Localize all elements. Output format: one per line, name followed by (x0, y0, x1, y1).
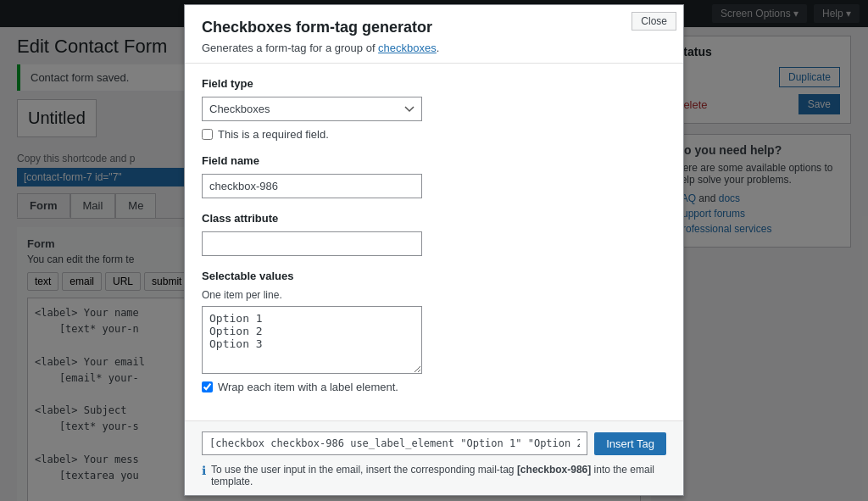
field-name-label: Field name (202, 154, 666, 167)
class-attribute-section: Class attribute (202, 212, 666, 256)
modal-subtitle: Generates a form-tag for a group of chec… (202, 42, 666, 54)
insert-tag-button[interactable]: Insert Tag (594, 432, 666, 455)
field-type-select[interactable]: Checkboxes (202, 97, 422, 121)
wrap-label-checkbox[interactable] (202, 381, 213, 392)
selectable-values-label: Selectable values (202, 270, 666, 282)
modal-overlay: Close Checkboxes form-tag generator Gene… (0, 0, 868, 501)
tag-output-row: Insert Tag (202, 431, 666, 455)
required-row: This is a required field. (202, 128, 666, 141)
mail-tag-code: [checkbox-986] (517, 464, 591, 476)
mail-tag-text: To use the user input in the email, inse… (211, 464, 666, 487)
subtitle-post: . (437, 42, 440, 54)
modal-title: Checkboxes form-tag generator (202, 19, 666, 36)
class-attribute-label: Class attribute (202, 212, 666, 225)
field-name-section: Field name (202, 154, 666, 198)
mail-tag-notice: ℹ To use the user input in the email, in… (202, 464, 666, 487)
modal-header: Checkboxes form-tag generator Generates … (185, 5, 683, 64)
info-icon: ℹ (202, 464, 206, 477)
class-attribute-input[interactable] (202, 231, 422, 256)
required-checkbox[interactable] (202, 129, 213, 140)
field-type-section: Field type Checkboxes This is a required… (202, 77, 666, 141)
selectable-values-textarea[interactable]: Option 1 Option 2 Option 3 (202, 306, 422, 374)
modal-footer: Insert Tag ℹ To use the user input in th… (185, 420, 683, 496)
tag-output-input[interactable] (202, 431, 587, 455)
wrap-label-text[interactable]: Wrap each item with a label element. (218, 381, 398, 393)
subtitle-pre: Generates a form-tag for a group of (202, 42, 378, 54)
wrap-label-row: Wrap each item with a label element. (202, 381, 666, 393)
modal: Close Checkboxes form-tag generator Gene… (184, 4, 684, 496)
close-button[interactable]: Close (632, 12, 676, 31)
checkboxes-link[interactable]: checkboxes (378, 42, 437, 54)
selectable-values-section: Selectable values One item per line. Opt… (202, 270, 666, 393)
field-name-input[interactable] (202, 174, 422, 198)
modal-body: Field type Checkboxes This is a required… (185, 64, 683, 420)
required-label[interactable]: This is a required field. (218, 128, 329, 141)
field-type-label: Field type (202, 77, 666, 90)
selectable-hint: One item per line. (202, 289, 666, 301)
